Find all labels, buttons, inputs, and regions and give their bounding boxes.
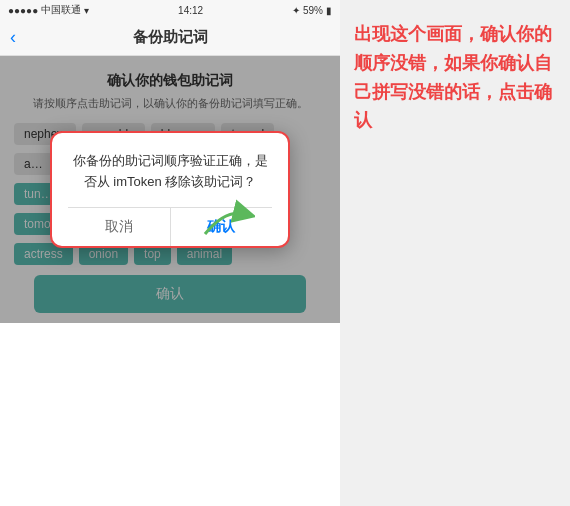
bluetooth-icon: ✦ — [292, 5, 300, 16]
phone-frame: ●●●●● 中国联通 ▾ 14:12 ✦ 59% ▮ ‹ 备份助记词 确认你的钱… — [0, 0, 340, 506]
status-bar: ●●●●● 中国联通 ▾ 14:12 ✦ 59% ▮ — [0, 0, 340, 20]
time-label: 14:12 — [178, 5, 203, 16]
annotation-panel: 出现这个画面，确认你的顺序没错，如果你确认自己拼写没错的话，点击确认 — [340, 0, 570, 506]
arrow-icon — [195, 189, 255, 239]
arrow-container — [195, 189, 255, 243]
annotation-text: 出现这个画面，确认你的顺序没错，如果你确认自己拼写没错的话，点击确认 — [354, 20, 556, 135]
status-left: ●●●●● 中国联通 ▾ — [8, 3, 89, 17]
wifi-icon: ▾ — [84, 5, 89, 16]
battery-icon: ▮ — [326, 5, 332, 16]
page-content: 确认你的钱包助记词 请按顺序点击助记词，以确认你的备份助记词填写正确。 neph… — [0, 56, 340, 323]
dialog-text: 你备份的助记词顺序验证正确，是否从 imToken 移除该助记词？ — [68, 151, 272, 193]
dialog-cancel-button[interactable]: 取消 — [68, 208, 171, 246]
battery-label: 59% — [303, 5, 323, 16]
nav-bar: ‹ 备份助记词 — [0, 20, 340, 56]
status-right: ✦ 59% ▮ — [292, 5, 332, 16]
signal-dots: ●●●●● — [8, 5, 38, 16]
modal-overlay: 你备份的助记词顺序验证正确，是否从 imToken 移除该助记词？ 取消 确认 — [0, 56, 340, 323]
carrier-label: 中国联通 — [41, 3, 81, 17]
nav-title: 备份助记词 — [133, 28, 208, 47]
back-button[interactable]: ‹ — [10, 27, 16, 48]
